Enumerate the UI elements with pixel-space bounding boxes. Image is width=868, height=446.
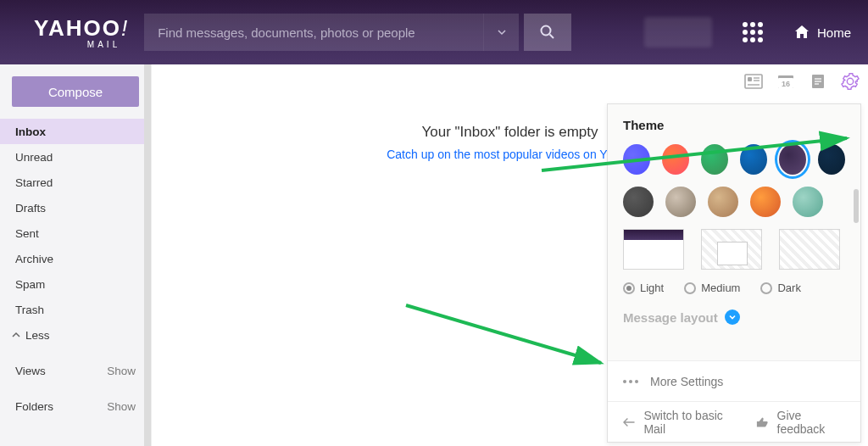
thumbs-up-icon — [756, 416, 768, 428]
folder-item-drafts[interactable]: Drafts — [0, 195, 151, 220]
folder-item-sent[interactable]: Sent — [0, 220, 151, 246]
settings-gear-icon[interactable] — [841, 73, 860, 90]
svg-line-1 — [550, 35, 554, 39]
notepad-icon[interactable] — [809, 73, 827, 90]
theme-swatch[interactable] — [818, 144, 845, 175]
sidebar-section-views: Views Show — [0, 358, 151, 383]
layout-thumb-row — [623, 229, 845, 270]
theme-swatch[interactable] — [793, 187, 823, 217]
search-button[interactable] — [524, 14, 571, 51]
arrow-left-icon — [623, 417, 635, 427]
theme-swatch-row-1 — [623, 144, 845, 175]
svg-point-0 — [542, 26, 551, 36]
mode-radio-row: Light Medium Dark — [623, 282, 845, 294]
home-label: Home — [817, 25, 851, 40]
switch-basic-mail[interactable]: Switch to basic Mail — [623, 409, 737, 436]
yahoo-mail-logo[interactable]: YAHOO! MAIL — [34, 15, 129, 49]
theme-swatch[interactable] — [779, 144, 806, 175]
logo-text: YAHOO — [34, 15, 121, 42]
less-toggle[interactable]: Less — [0, 322, 151, 348]
contacts-icon[interactable] — [744, 73, 763, 90]
app-header: YAHOO! MAIL Home — [0, 0, 868, 64]
theme-swatch[interactable] — [750, 187, 781, 217]
radio-icon — [684, 282, 696, 294]
logo-bang: ! — [121, 15, 129, 42]
svg-rect-3 — [748, 77, 752, 81]
basic-feedback-row: Switch to basic Mail Give feedback — [608, 401, 860, 442]
folders-show-toggle[interactable]: Show — [107, 400, 136, 413]
folder-item-starred[interactable]: Starred — [0, 170, 151, 195]
search-bar — [144, 14, 571, 51]
settings-panel-scrollbar[interactable] — [854, 189, 859, 223]
search-dropdown-toggle[interactable] — [483, 14, 519, 51]
folder-item-inbox[interactable]: Inbox — [0, 119, 151, 144]
theme-swatch[interactable] — [623, 144, 650, 175]
layout-thumb-medium[interactable] — [701, 229, 762, 270]
views-show-toggle[interactable]: Show — [107, 365, 136, 377]
chevron-down-icon — [725, 309, 740, 325]
apps-launcher-icon[interactable] — [743, 22, 763, 42]
radio-icon — [760, 282, 772, 294]
chevron-down-icon — [497, 27, 507, 37]
layout-thumb-dark[interactable] — [779, 229, 840, 270]
theme-swatch[interactable] — [662, 144, 689, 175]
mode-radio-light[interactable]: Light — [623, 282, 664, 294]
sidebar: Compose Inbox Unread Starred Drafts Sent… — [0, 64, 151, 446]
home-icon — [793, 24, 810, 41]
sidebar-scrollbar[interactable] — [144, 64, 151, 446]
layout-thumb-classic[interactable] — [623, 229, 684, 270]
radio-icon — [623, 282, 635, 294]
mode-radio-dark[interactable]: Dark — [760, 282, 800, 294]
folder-item-unread[interactable]: Unread — [0, 144, 151, 170]
folder-list: Inbox Unread Starred Drafts Sent Archive… — [0, 119, 151, 322]
message-layout-heading[interactable]: Message layout — [623, 309, 845, 325]
folder-item-trash[interactable]: Trash — [0, 297, 151, 322]
user-profile-area[interactable] — [644, 17, 712, 47]
sidebar-section-folders: Folders Show — [0, 393, 151, 419]
theme-swatch-row-2 — [623, 187, 845, 217]
main-area: 16 Your "Inbox" folder is empty Catch up… — [151, 64, 868, 446]
theme-swatch[interactable] — [665, 187, 696, 217]
annotation-arrow-to-more-settings — [406, 302, 609, 370]
settings-panel: Theme Light Medium Dark Message layo — [607, 103, 861, 443]
theme-swatch[interactable] — [708, 187, 738, 217]
svg-text:16: 16 — [782, 80, 790, 88]
empty-state-link[interactable]: Catch up on the most popular videos on Y… — [387, 148, 633, 161]
svg-line-15 — [406, 305, 601, 363]
search-input[interactable] — [144, 14, 483, 51]
views-label: Views — [15, 365, 46, 377]
more-settings-row[interactable]: More Settings — [608, 360, 860, 401]
give-feedback[interactable]: Give feedback — [756, 409, 845, 436]
svg-rect-2 — [745, 75, 762, 88]
more-icon — [623, 380, 638, 383]
mode-radio-medium[interactable]: Medium — [684, 282, 740, 294]
theme-swatch[interactable] — [740, 144, 767, 175]
chevron-up-icon — [12, 331, 20, 339]
compose-button[interactable]: Compose — [12, 76, 139, 107]
theme-swatch[interactable] — [623, 187, 654, 217]
theme-swatch[interactable] — [701, 144, 728, 175]
home-link[interactable]: Home — [793, 24, 851, 41]
folder-item-archive[interactable]: Archive — [0, 246, 151, 271]
theme-heading: Theme — [623, 118, 845, 132]
calendar-icon[interactable]: 16 — [776, 73, 795, 90]
search-icon — [539, 24, 556, 41]
folders-label: Folders — [15, 400, 53, 413]
folder-item-spam[interactable]: Spam — [0, 271, 151, 297]
top-right-icons: 16 — [744, 73, 860, 90]
